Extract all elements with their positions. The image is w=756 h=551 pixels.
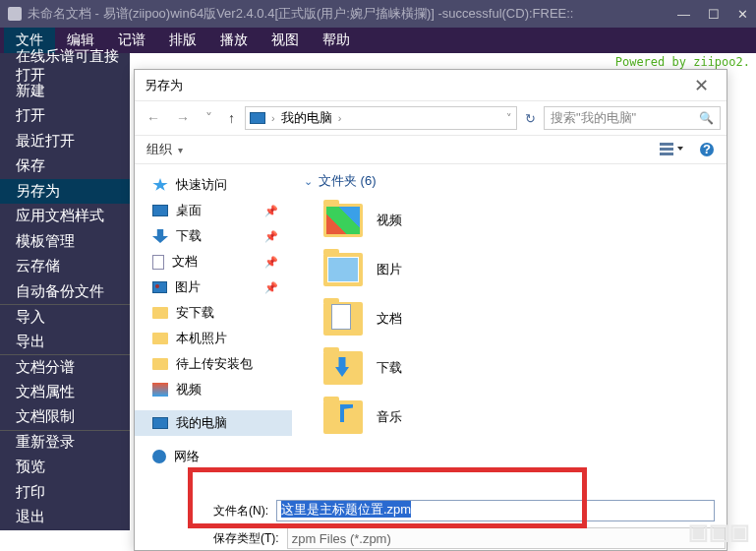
file-menu-item[interactable]: 打开 bbox=[0, 103, 130, 129]
file-menu-item[interactable]: 文档限制 bbox=[0, 404, 130, 430]
file-menu-item[interactable]: 模板管理 bbox=[0, 229, 130, 255]
folder-label: 文档 bbox=[377, 310, 402, 328]
fld-icon bbox=[152, 333, 168, 344]
star-icon bbox=[152, 178, 168, 192]
pin-icon: 📌 bbox=[264, 205, 278, 217]
folder-item[interactable]: 下载 bbox=[304, 343, 715, 393]
file-menu-item[interactable]: 重新登录 bbox=[0, 430, 130, 456]
sidebar-item[interactable]: 本机照片 bbox=[135, 326, 292, 351]
sidebar-item-label: 图片 bbox=[175, 278, 201, 296]
chevron-right-icon: › bbox=[338, 112, 342, 124]
folder-label: 图片 bbox=[377, 261, 402, 278]
sidebar-item[interactable]: 文档📌 bbox=[135, 249, 292, 275]
file-menu-item[interactable]: 打印 bbox=[0, 480, 130, 506]
sidebar-item[interactable]: 安下载 bbox=[135, 300, 292, 326]
search-input[interactable]: 搜索"我的电脑" 🔍 bbox=[544, 106, 721, 130]
view-options-button[interactable] bbox=[660, 142, 683, 157]
file-menu-item[interactable]: 最近打开 bbox=[0, 129, 130, 154]
search-placeholder: 搜索"我的电脑" bbox=[551, 109, 636, 127]
chevron-right-icon: › bbox=[271, 112, 275, 124]
caret-down-icon: ⌄ bbox=[304, 175, 313, 188]
menu-item[interactable]: 播放 bbox=[208, 28, 260, 53]
folders-section-header[interactable]: ⌄ 文件夹 (6) bbox=[304, 172, 715, 190]
minimize-button[interactable]: — bbox=[677, 7, 690, 22]
titlebar: 未命名文档 - 易谱(ziipoo)win64版Ver2.4.0.4[正式版(用… bbox=[0, 0, 756, 28]
powered-by: Powered by ziipoo2. bbox=[615, 55, 750, 69]
path-label: 我的电脑 bbox=[281, 109, 332, 127]
file-menu-item[interactable]: 文档分谱 bbox=[0, 354, 130, 380]
filename-label: 文件名(N): bbox=[213, 503, 268, 520]
close-button[interactable]: ✕ bbox=[737, 7, 748, 22]
file-menu-item[interactable]: 文档属性 bbox=[0, 380, 130, 405]
pic-icon bbox=[152, 281, 167, 293]
folder-label: 下载 bbox=[377, 359, 402, 377]
path-box[interactable]: › 我的电脑 › ˅ bbox=[245, 106, 517, 130]
sidebar-item[interactable]: 待上传安装包 bbox=[135, 351, 292, 377]
pc-icon bbox=[152, 417, 168, 429]
folder-item[interactable]: 音乐 bbox=[304, 393, 715, 442]
nav-up-button[interactable]: ↑ bbox=[222, 107, 241, 129]
menu-item[interactable]: 视图 bbox=[260, 28, 311, 53]
nav-forward-button: → bbox=[170, 107, 196, 129]
file-menu-item[interactable]: 导出 bbox=[0, 330, 130, 355]
maximize-button[interactable]: ☐ bbox=[708, 7, 720, 22]
dialog-close-button[interactable]: ✕ bbox=[686, 75, 717, 96]
sidebar-item-label: 我的电脑 bbox=[176, 414, 227, 432]
svg-rect-2 bbox=[660, 153, 673, 155]
folder-icon bbox=[323, 400, 363, 434]
sidebar-item-label: 桌面 bbox=[176, 202, 202, 219]
folder-item[interactable]: 文档 bbox=[304, 294, 715, 343]
file-menu-item[interactable]: 预览 bbox=[0, 455, 130, 480]
app-icon bbox=[8, 7, 22, 21]
file-menu-item[interactable]: 另存为 bbox=[0, 179, 130, 205]
file-menu-item[interactable]: 在线乐谱可直接打开 bbox=[0, 53, 130, 79]
search-icon: 🔍 bbox=[699, 111, 714, 125]
file-menu-item[interactable]: 导入 bbox=[0, 304, 130, 330]
file-menu-item[interactable]: 退出 bbox=[0, 505, 130, 530]
menu-item[interactable]: 排版 bbox=[157, 28, 208, 53]
fld-icon bbox=[152, 307, 168, 319]
refresh-button[interactable]: ↻ bbox=[521, 111, 540, 126]
filetype-select[interactable]: zpm Files (*.zpm) bbox=[287, 527, 726, 549]
net-icon bbox=[152, 450, 166, 463]
folder-item[interactable]: 图片 bbox=[304, 245, 715, 294]
sidebar-item[interactable]: 我的电脑 bbox=[135, 410, 292, 436]
dl-icon bbox=[152, 229, 168, 243]
sidebar-item[interactable]: 快速访问 bbox=[135, 172, 292, 198]
filename-input[interactable]: 这里是主标题位置.zpm bbox=[276, 500, 715, 521]
pc-icon bbox=[250, 112, 265, 124]
folder-icon bbox=[323, 204, 363, 237]
sidebar-item[interactable]: 图片📌 bbox=[135, 275, 292, 300]
save-as-dialog: 另存为 ✕ ← → ˅ ↑ › 我的电脑 › ˅ ↻ 搜索"我的电脑" 🔍 组织… bbox=[134, 69, 727, 551]
sidebar-item[interactable]: 网络 bbox=[135, 444, 292, 469]
sidebar-item[interactable]: 视频 bbox=[135, 377, 292, 402]
menu-item[interactable]: 帮助 bbox=[311, 28, 362, 53]
sidebar-item-label: 本机照片 bbox=[176, 330, 227, 347]
folder-label: 音乐 bbox=[377, 408, 402, 426]
pin-icon: 📌 bbox=[264, 281, 278, 294]
organize-button[interactable]: 组织 ▾ bbox=[146, 141, 183, 158]
sidebar-item[interactable]: 下载📌 bbox=[135, 223, 292, 249]
folder-item[interactable]: 视频 bbox=[304, 196, 715, 245]
doc-icon bbox=[152, 255, 164, 270]
nav-back-button[interactable]: ← bbox=[141, 107, 166, 129]
path-dropdown-icon[interactable]: ˅ bbox=[506, 112, 512, 125]
file-menu-item[interactable]: 应用文档样式 bbox=[0, 204, 130, 229]
folder-label: 视频 bbox=[377, 212, 402, 229]
pin-icon: 📌 bbox=[264, 256, 278, 269]
sidebar-item-label: 下载 bbox=[176, 227, 202, 245]
sidebar-item-label: 文档 bbox=[172, 253, 198, 271]
file-menu-item[interactable]: 云存储 bbox=[0, 254, 130, 279]
sidebar-item-label: 待上传安装包 bbox=[176, 355, 253, 373]
file-menu-item[interactable]: 自动备份文件 bbox=[0, 279, 130, 305]
sidebar-item-label: 安下载 bbox=[176, 304, 214, 322]
folder-icon bbox=[323, 253, 363, 286]
help-button[interactable]: ? bbox=[699, 142, 715, 157]
file-menu-item[interactable]: 保存 bbox=[0, 153, 130, 179]
vid-icon bbox=[152, 383, 168, 397]
nav-recent-button[interactable]: ˅ bbox=[200, 107, 218, 129]
svg-rect-1 bbox=[660, 148, 673, 151]
sidebar-item[interactable]: 桌面📌 bbox=[135, 198, 292, 223]
folder-icon bbox=[323, 302, 363, 336]
file-dropdown-menu: 在线乐谱可直接打开新建打开最近打开保存另存为应用文档样式模板管理云存储自动备份文… bbox=[0, 53, 130, 530]
